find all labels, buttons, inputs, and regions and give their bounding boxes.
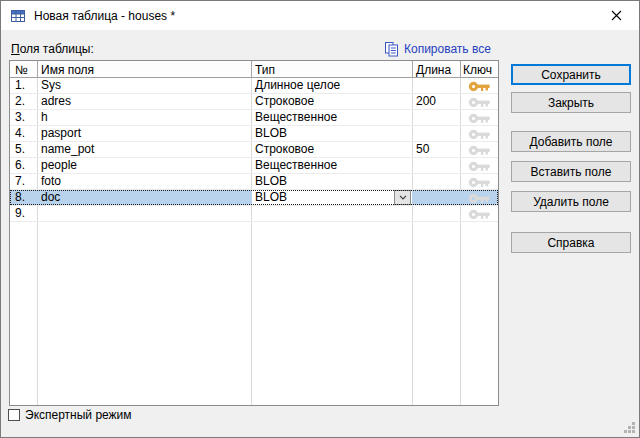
header-divider (460, 61, 461, 78)
key-icon[interactable] (468, 161, 490, 172)
row-number: 8. (15, 191, 25, 204)
cell-field-name[interactable]: h (41, 111, 48, 124)
cell-field-name[interactable]: people (41, 159, 77, 172)
combobox-value: BLOB (255, 191, 287, 204)
save-button[interactable]: Сохранить (511, 64, 631, 85)
fields-label-mnemonic: П (11, 42, 20, 56)
window-title: Новая таблица - houses * (34, 9, 175, 23)
row-number: 4. (15, 127, 25, 140)
table-row[interactable]: 1. Sys Длинное целое (10, 78, 498, 94)
type-combobox[interactable]: BLOB (252, 190, 412, 205)
copy-all-label: Копировать все (404, 42, 491, 56)
resize-grip-icon[interactable] (623, 421, 636, 434)
cell-field-length[interactable]: 200 (416, 95, 436, 108)
header-divider (37, 61, 38, 78)
key-icon[interactable] (468, 193, 490, 204)
grid-header: № Имя поля Тип Длина Ключ (10, 61, 498, 78)
column-header-name: Имя поля (41, 63, 94, 77)
row-number: 6. (15, 159, 25, 172)
cell-field-name[interactable]: adres (41, 95, 71, 108)
cell-field-type[interactable]: BLOB (255, 175, 287, 188)
copy-all-link[interactable]: Копировать все (384, 40, 491, 58)
help-button[interactable]: Справка (511, 232, 631, 253)
titlebar[interactable]: Новая таблица - houses * (1, 1, 639, 30)
insert-field-button[interactable]: Вставить поле (511, 161, 631, 182)
add-field-button[interactable]: Добавить поле (511, 131, 631, 152)
expert-mode-checkbox[interactable] (8, 409, 20, 421)
cell-field-name[interactable]: foto (41, 175, 61, 188)
fields-label: Поля таблицы: (11, 42, 94, 56)
fields-grid[interactable]: № Имя поля Тип Длина Ключ 1. Sys Длинное… (9, 60, 499, 406)
cell-field-name[interactable]: name_pot (41, 143, 94, 156)
close-dialog-button[interactable]: Закрыть (511, 92, 631, 113)
column-header-number: № (15, 63, 28, 77)
chevron-down-icon (399, 195, 407, 200)
key-icon[interactable] (468, 97, 490, 108)
table-row[interactable]: 6. people Вещественное (10, 158, 498, 174)
expert-mode-label: Экспертный режим (25, 408, 132, 422)
cell-field-type[interactable]: BLOB (255, 127, 287, 140)
table-row[interactable]: 7. foto BLOB (10, 174, 498, 190)
table-row[interactable]: 9. (10, 206, 498, 222)
key-icon[interactable] (468, 81, 490, 92)
table-row[interactable]: 4. pasport BLOB (10, 126, 498, 142)
expert-mode-option[interactable]: Экспертный режим (8, 408, 132, 422)
cell-field-length[interactable]: 50 (416, 143, 429, 156)
row-number: 9. (15, 207, 25, 220)
close-icon (611, 10, 622, 21)
row-number: 5. (15, 143, 25, 156)
grid-rows: 1. Sys Длинное целое 2. adres Строковое … (10, 78, 498, 222)
key-icon[interactable] (468, 113, 490, 124)
row-number: 2. (15, 95, 25, 108)
key-icon[interactable] (468, 145, 490, 156)
column-header-key: Ключ (463, 63, 492, 77)
fields-label-rest: оля таблицы: (20, 42, 94, 56)
combobox-dropdown-button[interactable] (394, 190, 411, 205)
header-divider (251, 61, 252, 78)
table-row[interactable]: 5. name_pot Строковое 50 (10, 142, 498, 158)
close-button[interactable] (594, 1, 639, 30)
key-icon[interactable] (468, 209, 490, 220)
header-divider (412, 61, 413, 78)
column-header-length: Длина (416, 63, 451, 77)
cell-field-type[interactable]: Длинное целое (255, 79, 340, 92)
delete-field-button[interactable]: Удалить поле (511, 191, 631, 212)
key-icon[interactable] (468, 177, 490, 188)
cell-field-type[interactable]: Вещественное (255, 111, 337, 124)
cell-field-name[interactable]: doc (41, 191, 60, 204)
cell-field-type[interactable]: Вещественное (255, 159, 337, 172)
table-app-icon (10, 8, 26, 24)
copy-icon (384, 41, 399, 57)
row-number: 3. (15, 111, 25, 124)
key-icon[interactable] (468, 129, 490, 140)
column-header-type: Тип (255, 63, 275, 77)
row-number: 1. (15, 79, 25, 92)
cell-field-type[interactable]: Строковое (255, 95, 314, 108)
table-row[interactable]: 8. doc BLOB (10, 190, 498, 206)
table-row[interactable]: 2. adres Строковое 200 (10, 94, 498, 110)
cell-field-name[interactable]: pasport (41, 127, 81, 140)
cell-field-name[interactable]: Sys (41, 79, 61, 92)
table-row[interactable]: 3. h Вещественное (10, 110, 498, 126)
dialog-new-table: Новая таблица - houses * Поля таблицы: К… (0, 0, 640, 438)
cell-field-type[interactable]: Строковое (255, 143, 314, 156)
row-number: 7. (15, 175, 25, 188)
